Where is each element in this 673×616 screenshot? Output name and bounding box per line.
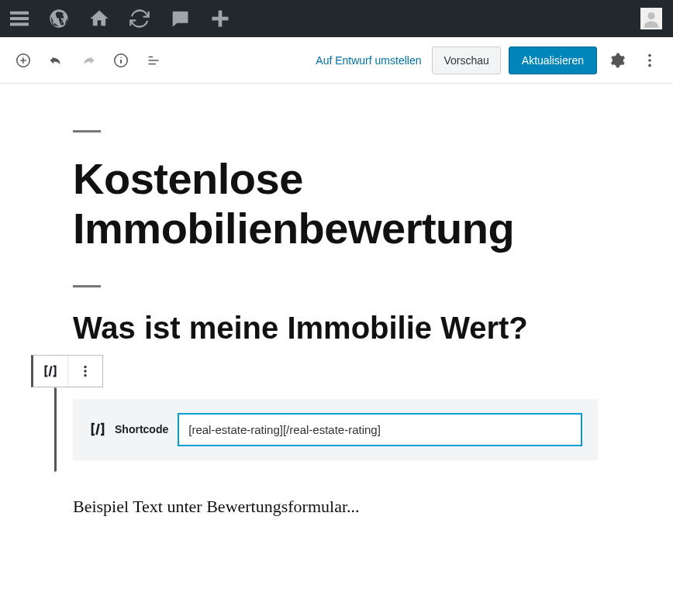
title-rule (73, 130, 101, 132)
svg-point-12 (120, 57, 121, 57)
outline-button[interactable] (138, 45, 169, 76)
add-block-button[interactable] (8, 45, 39, 76)
menu-icon[interactable] (0, 0, 39, 37)
settings-button[interactable] (602, 45, 633, 76)
shortcode-icon (88, 420, 107, 439)
heading-rule (73, 285, 101, 287)
shortcode-block-icon[interactable] (33, 356, 67, 387)
block-more-options-button[interactable] (68, 356, 102, 387)
wordpress-icon[interactable] (39, 0, 79, 37)
svg-point-16 (648, 53, 651, 57)
info-button[interactable] (105, 45, 136, 76)
svg-line-19 (50, 366, 52, 376)
svg-line-23 (97, 424, 99, 435)
svg-point-18 (648, 64, 651, 67)
svg-rect-4 (212, 17, 229, 21)
update-button[interactable]: Aktualisieren (509, 46, 597, 74)
shortcode-label: Shortcode (88, 420, 168, 439)
comment-icon[interactable] (160, 0, 200, 37)
svg-rect-2 (10, 22, 29, 26)
admin-bar (0, 0, 673, 37)
plus-icon[interactable] (200, 0, 240, 37)
svg-rect-0 (10, 12, 29, 15)
svg-point-21 (84, 370, 86, 372)
svg-rect-1 (10, 17, 29, 20)
svg-point-20 (84, 366, 86, 368)
editor-toolbar: Auf Entwurf umstellen Vorschau Aktualisi… (0, 37, 673, 84)
svg-point-17 (648, 59, 651, 62)
shortcode-block[interactable]: Shortcode (54, 387, 600, 472)
shortcode-input[interactable] (178, 413, 582, 446)
svg-point-22 (84, 374, 86, 377)
redo-button (73, 45, 104, 76)
page-title[interactable]: Kostenlose Immobilienbewertung (73, 154, 600, 254)
paragraph-block[interactable]: Beispiel Text unter Bewertungsformular..… (73, 497, 600, 517)
refresh-icon[interactable] (119, 0, 160, 37)
svg-point-6 (647, 12, 654, 19)
editor-content: Kostenlose Immobilienbewertung Was ist m… (0, 84, 673, 517)
preview-button[interactable]: Vorschau (432, 46, 500, 74)
undo-button[interactable] (40, 45, 71, 76)
avatar[interactable] (640, 8, 662, 29)
shortcode-label-text: Shortcode (115, 423, 168, 435)
heading-2[interactable]: Was ist meine Immobilie Wert? (73, 311, 600, 346)
more-options-button[interactable] (634, 45, 665, 76)
block-toolbar (31, 355, 103, 387)
home-icon[interactable] (79, 0, 119, 37)
switch-to-draft-button[interactable]: Auf Entwurf umstellen (306, 48, 430, 73)
